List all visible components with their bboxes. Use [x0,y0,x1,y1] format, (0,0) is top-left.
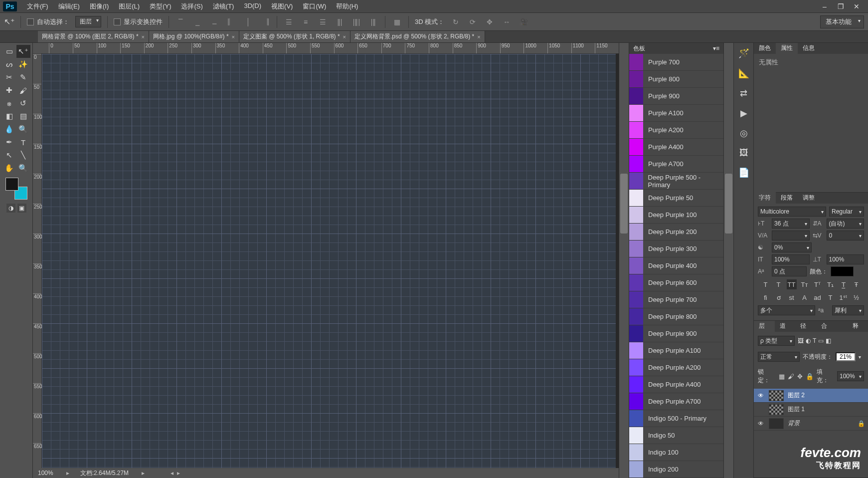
menu-item[interactable]: 选择(S) [176,2,207,11]
collapsed-panel-icon[interactable]: ▶ [740,108,747,119]
swatch-item[interactable]: Deep Purple A400 [629,376,723,393]
scroll-handle[interactable] [620,174,628,234]
fill-field[interactable]: 100% [837,371,864,381]
opacity-input[interactable] [836,352,856,361]
hand-tool-icon[interactable]: ✋ [2,162,16,175]
swatch-item[interactable]: Purple 700 [629,54,723,71]
layer-visibility-icon[interactable]: 👁 [757,420,765,427]
line-tool-icon[interactable]: ╲ [16,149,30,162]
healing-brush-tool-icon[interactable]: ✚ [2,84,16,97]
tab-properties[interactable]: 属性 [776,43,798,54]
tab-character[interactable]: 字符 [754,192,776,204]
menu-item[interactable]: 滤镜(T) [208,2,239,11]
opentype-button[interactable]: A [800,292,810,302]
swatch-item[interactable]: Indigo 100 [629,444,723,461]
swatch-item[interactable]: Indigo 50 [629,427,723,444]
swatch-item[interactable]: Deep Purple 300 [629,240,723,257]
menu-item[interactable]: 3D(D) [239,2,266,11]
tab-paragraph[interactable]: 段落 [776,192,798,204]
opentype-button[interactable]: T [826,292,836,302]
lock-transparent-icon[interactable]: ▦ [779,373,785,380]
text-style-button[interactable]: Ŧ [852,279,862,289]
swatch-item[interactable]: Deep Purple A200 [629,359,723,376]
distribute-bottom-icon[interactable]: ☰ [317,16,328,27]
magic-wand-tool-icon[interactable]: ✨ [16,58,30,71]
menu-item[interactable]: 视图(V) [266,2,298,11]
tab-notes[interactable]: 注释 [848,321,868,332]
text-style-button[interactable]: T₁ [826,279,836,289]
layer-filter-icon[interactable]: 🖼 [798,337,804,344]
swatch-item[interactable]: Deep Purple 700 [629,291,723,308]
lock-position-icon[interactable]: ✥ [797,373,803,380]
text-style-button[interactable]: T [774,279,784,289]
layer-thumbnail[interactable] [769,390,784,401]
brush-tool-icon[interactable]: 🖌 [16,84,30,97]
lasso-tool-icon[interactable]: ᔕ [2,58,16,71]
align-right-icon[interactable]: ⎹| [260,16,271,27]
text-color-swatch[interactable] [831,266,854,276]
tab-layer-comps[interactable]: 图层复合 [816,321,848,332]
layer-filter-icon[interactable]: ◧ [826,337,831,344]
canvas[interactable] [42,54,616,468]
tab-info[interactable]: 信息 [798,43,820,54]
layer-name[interactable]: 图层 1 [788,405,805,414]
screenmode-icon[interactable]: ▣ [17,204,26,213]
distribute-vcenter-icon[interactable]: ≡ [300,16,311,27]
blur-tool-icon[interactable]: 💧 [2,123,16,136]
swatch-item[interactable]: Deep Purple 600 [629,274,723,291]
minimize-button[interactable]: – [819,2,830,11]
document-tab[interactable]: 网格.jpg @ 100%(RGB/8#) *× [149,31,239,42]
collapsed-panel-icon[interactable]: 🖼 [739,148,748,158]
distribute-right-icon[interactable]: |‖ [368,16,379,27]
clone-stamp-tool-icon[interactable]: ⎈ [2,97,16,110]
layer-name[interactable]: 图层 2 [788,391,805,400]
opentype-button[interactable]: ad [813,292,823,302]
crop-tool-icon[interactable]: ✂ [2,71,16,84]
auto-select-target-dropdown[interactable]: 图层 [75,16,101,27]
document-tab[interactable]: 网格背景 @ 100% (图层 2, RGB/8) *× [38,31,149,42]
swatch-item[interactable]: Purple A100 [629,105,723,122]
foreground-swatch[interactable] [5,178,18,191]
dodge-tool-icon[interactable]: 🔍 [16,123,30,136]
doc-info[interactable]: 文档:2.64M/5.27M [80,469,129,478]
text-style-button[interactable]: Tᵀ [813,279,823,289]
font-size-field[interactable]: 36 点 [772,219,810,229]
collapsed-panel-icon[interactable]: 📐 [738,68,749,79]
tab-color[interactable]: 颜色 [754,43,776,54]
swatch-item[interactable]: Deep Purple 500 - Primary [629,173,723,190]
layer-name[interactable]: 背景 [788,419,800,428]
layer-row[interactable]: 👁图层 2 [754,389,868,403]
swatch-item[interactable]: Indigo 500 - Primary [629,410,723,427]
swatch-item[interactable]: Purple 800 [629,71,723,88]
close-button[interactable]: ✕ [851,2,862,11]
3d-orbit-icon[interactable]: ↻ [450,16,461,27]
baseline-shift-field[interactable]: 0% [772,242,812,252]
move-tool-icon[interactable]: ↖⁺ [16,45,30,58]
shift-field[interactable]: 0 点 [772,266,807,276]
align-vcenter-icon[interactable]: ⎯ [192,16,203,27]
layer-row[interactable]: 👁背景🔒 [754,417,868,431]
3d-slide-icon[interactable]: ↔ [501,16,512,27]
menu-item[interactable]: 文件(F) [22,2,53,11]
tab-close-icon[interactable]: × [232,34,235,40]
swatch-item[interactable]: Purple 900 [629,88,723,105]
panel-menu-icon[interactable]: ▾≡ [713,45,719,52]
distribute-left-icon[interactable]: ‖| [334,16,345,27]
layer-kind-filter[interactable]: ρ 类型 [758,336,795,346]
opentype-button[interactable]: ơ [774,292,784,302]
auto-align-icon[interactable]: ▦ [391,16,402,27]
3d-pan-icon[interactable]: ✥ [484,16,495,27]
layer-filter-icon[interactable]: ◐ [806,337,811,344]
gradient-tool-icon[interactable]: ▤ [16,110,30,123]
tab-layers[interactable]: 图层 [754,321,775,332]
history-brush-tool-icon[interactable]: ↺ [16,97,30,110]
swatch-item[interactable]: Purple A700 [629,156,723,173]
layer-filter-icon[interactable]: ▭ [818,337,824,344]
eraser-tool-icon[interactable]: ◧ [2,110,16,123]
swatch-item[interactable]: Deep Purple 400 [629,257,723,274]
opentype-button[interactable]: fi [761,292,771,302]
menu-item[interactable]: 帮助(H) [331,2,363,11]
tracking-field[interactable] [772,231,810,240]
marquee-tool-icon[interactable]: ▭ [2,45,16,58]
maximize-button[interactable]: ❐ [835,2,846,11]
